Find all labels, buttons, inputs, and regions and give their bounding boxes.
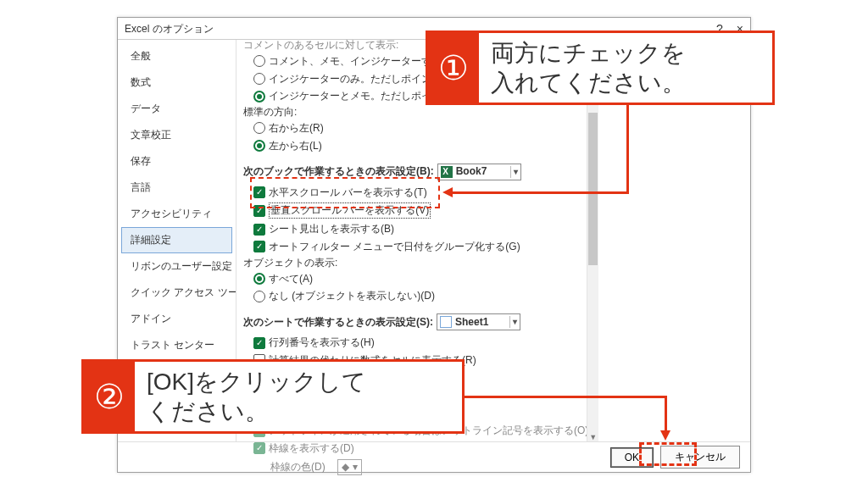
label-obj-none: なし (オブジェクトを表示しない)(D)	[269, 289, 435, 303]
gridcolor-picker[interactable]: ◆ ▾	[337, 459, 361, 475]
label-rtl: 右から左(R)	[269, 121, 324, 136]
annotation-highlight-ok	[639, 442, 697, 466]
radio-ltr[interactable]	[253, 140, 265, 152]
label-gridlines: 枠線を表示する(D)	[269, 441, 354, 456]
sidebar-item-language[interactable]: 言語	[121, 175, 232, 201]
sidebar-item-formulas[interactable]: 数式	[121, 69, 232, 96]
chk-autofilter[interactable]	[253, 241, 265, 252]
label-autofilter: オートフィルター メニューで日付をグループ化する(G)	[269, 240, 520, 254]
radio-comment-none[interactable]	[253, 55, 265, 67]
workbook-name: Book7	[456, 164, 507, 179]
label-ltr: 左から右(L)	[269, 139, 322, 153]
annotation-arrowhead-2	[660, 430, 670, 441]
chk-rowcol[interactable]	[253, 337, 265, 349]
excel-icon	[441, 166, 453, 178]
sidebar-item-save[interactable]: 保存	[121, 148, 232, 175]
radio-comment-indicator[interactable]	[253, 73, 265, 85]
label-obj-all: すべて(A)	[269, 272, 313, 286]
sheet-combo[interactable]: Sheet1▾	[437, 313, 520, 330]
dialog-title: Excel のオプション	[125, 18, 214, 40]
radio-obj-all[interactable]	[253, 273, 265, 285]
sidebar-item-general[interactable]: 全般	[121, 43, 232, 69]
annotation-callout-1: ① 両方にチェックを 入れてください。	[426, 30, 775, 105]
direction-header: 標準の方向:	[243, 105, 588, 119]
sidebar-item-qat[interactable]: クイック アクセス ツール バー	[121, 280, 232, 306]
sidebar-item-advanced[interactable]: 詳細設定	[121, 227, 232, 253]
chevron-down-icon: ▾	[510, 166, 518, 178]
sidebar-item-ribbon[interactable]: リボンのユーザー設定	[121, 253, 232, 280]
annotation-arrow-2b	[665, 396, 667, 433]
annotation-arrow-1a	[626, 97, 629, 193]
annotation-text-2: [OK]をクリックして ください。	[135, 362, 378, 431]
annotation-arrow-2a	[465, 396, 666, 398]
sidebar-item-proofing[interactable]: 文章校正	[121, 122, 232, 148]
sheet-name: Sheet1	[455, 315, 506, 330]
radio-obj-none[interactable]	[253, 291, 265, 302]
label-rowcol: 行列番号を表示する(H)	[269, 336, 375, 350]
annotation-number-2: ②	[84, 362, 135, 431]
objects-header: オブジェクトの表示:	[243, 256, 588, 270]
annotation-number-1: ①	[428, 33, 479, 103]
sidebar-item-data[interactable]: データ	[121, 96, 232, 122]
chk-gridlines[interactable]	[253, 442, 265, 454]
sheet-section-label: 次のシートで作業するときの表示設定(S):	[243, 315, 433, 330]
label-sheettabs: シート見出しを表示する(B)	[269, 222, 394, 236]
sidebar-item-addins[interactable]: アドイン	[121, 306, 232, 332]
scroll-thumb[interactable]	[588, 113, 598, 265]
sidebar-item-trust[interactable]: トラスト センター	[121, 332, 232, 358]
annotation-callout-2: ② [OK]をクリックして ください。	[81, 359, 465, 434]
workbook-combo[interactable]: Book7▾	[437, 164, 521, 180]
radio-comment-both[interactable]	[253, 91, 265, 103]
sheet-icon	[440, 316, 452, 328]
annotation-text-1: 両方にチェックを 入れてください。	[479, 33, 698, 103]
sidebar-item-accessibility[interactable]: アクセシビリティ	[121, 201, 232, 227]
label-gridcolor: 枠線の色(D)	[270, 460, 326, 474]
annotation-highlight-checkboxes	[250, 177, 440, 208]
chevron-down-icon: ▾	[509, 316, 517, 328]
annotation-arrow-1b	[448, 191, 629, 194]
chk-sheettabs[interactable]	[253, 224, 265, 236]
annotation-arrowhead-1	[442, 187, 453, 197]
radio-rtl[interactable]	[253, 122, 265, 134]
